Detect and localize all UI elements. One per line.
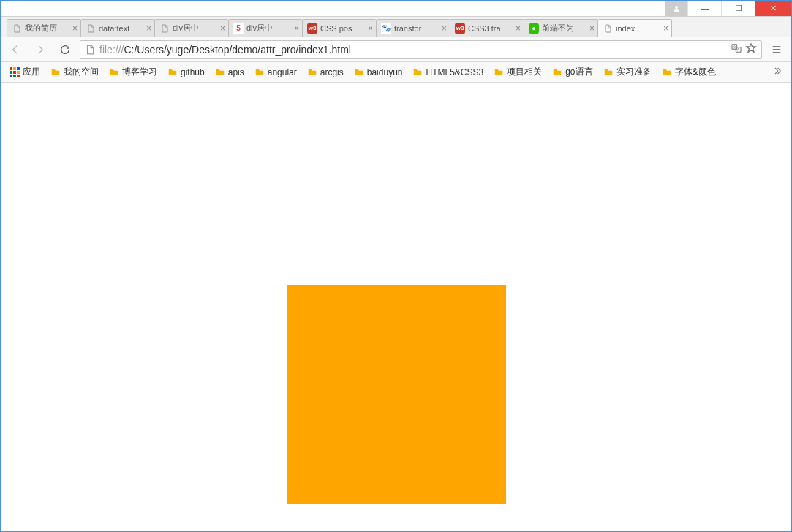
bookmark-label: go语言 — [565, 66, 592, 78]
bookmark-folder[interactable]: 博客学习 — [105, 64, 162, 80]
hamburger-icon — [771, 44, 782, 56]
reload-icon — [59, 44, 71, 56]
html5-icon: 5 — [233, 23, 244, 34]
browser-tab[interactable]: 5div居中× — [228, 19, 303, 37]
tab-close-button[interactable]: × — [146, 23, 151, 34]
tab-strip: 我的简历×data:text×div居中×5div居中×w3CSS pos×🐾t… — [1, 17, 791, 37]
svg-text:A: A — [737, 48, 740, 52]
tab-close-button[interactable]: × — [72, 23, 78, 34]
folder-icon — [662, 67, 672, 77]
address-bar[interactable]: file:///C:/Users/yuge/Desktop/demo/attr_… — [80, 40, 762, 59]
bookmark-folder[interactable]: apis — [211, 65, 249, 80]
window-close-button[interactable]: ✕ — [755, 1, 791, 16]
bookmark-folder[interactable]: 实习准备 — [599, 64, 656, 80]
browser-tab[interactable]: w3CSS3 tra× — [450, 19, 524, 37]
window-maximize-button[interactable]: ☐ — [721, 1, 755, 16]
tab-close-button[interactable]: × — [294, 23, 299, 34]
browser-window: — ☐ ✕ 我的简历×data:text×div居中×5div居中×w3CSS … — [0, 0, 792, 532]
bookmark-folder[interactable]: angular — [250, 65, 301, 80]
arrow-right-icon — [34, 44, 46, 56]
bookmark-folder[interactable]: baiduyun — [350, 65, 407, 80]
folder-icon — [603, 67, 614, 77]
arrow-left-icon — [10, 44, 21, 56]
bookmark-folder[interactable]: go语言 — [548, 64, 597, 80]
tab-title: div居中 — [173, 23, 218, 34]
bookmark-label: 博客学习 — [122, 66, 157, 78]
folder-icon — [215, 67, 225, 77]
bookmark-label: 字体&颜色 — [675, 66, 716, 78]
chevron-right-double-icon — [772, 66, 782, 76]
browser-tab[interactable]: data:text× — [80, 19, 155, 37]
folder-icon — [354, 67, 364, 77]
folder-icon — [412, 67, 423, 77]
bookmark-label: apis — [228, 67, 244, 77]
w3schools-icon: w3 — [455, 23, 465, 34]
bookmark-star-icon[interactable] — [745, 42, 757, 56]
folder-icon — [254, 67, 265, 77]
bookmark-label: github — [181, 67, 205, 77]
document-icon — [159, 23, 170, 34]
chrome-menu-button[interactable] — [766, 39, 787, 60]
browser-tab[interactable]: ●前端不为× — [524, 19, 598, 37]
tab-title: transfor — [394, 24, 440, 33]
tab-title: index — [616, 24, 661, 33]
apps-icon — [10, 67, 20, 77]
bookmark-folder[interactable]: arcgis — [303, 65, 348, 80]
tab-title: CSS3 tra — [468, 24, 513, 33]
bookmark-apps[interactable]: 应用 — [5, 64, 45, 80]
wechat-icon: ● — [529, 23, 539, 34]
w3schools-icon: w3 — [307, 23, 317, 34]
bookmark-label: angular — [268, 67, 297, 77]
bookmark-folder[interactable]: 字体&颜色 — [657, 64, 720, 80]
tab-close-button[interactable]: × — [663, 23, 668, 34]
url-path: C:/Users/yuge/Desktop/demo/attr_pro/inde… — [124, 44, 350, 56]
bookmark-label: 我的空间 — [64, 66, 99, 78]
document-icon — [603, 23, 613, 34]
tab-title: 前端不为 — [542, 23, 587, 34]
folder-icon — [494, 67, 504, 77]
file-icon — [85, 45, 95, 55]
svg-text:文: 文 — [733, 45, 736, 49]
bookmarks-bar: 应用 我的空间博客学习githubapisangulararcgisbaiduy… — [1, 62, 791, 83]
tab-title: CSS pos — [320, 24, 366, 33]
bookmark-folder[interactable]: 我的空间 — [46, 64, 103, 80]
bookmark-label: arcgis — [320, 67, 344, 77]
folder-icon — [167, 67, 178, 77]
tab-title: 我的简历 — [25, 23, 70, 34]
toolbar: file:///C:/Users/yuge/Desktop/demo/attr_… — [1, 37, 791, 62]
tab-close-button[interactable]: × — [516, 23, 521, 34]
folder-icon — [109, 67, 119, 77]
tab-close-button[interactable]: × — [589, 23, 595, 34]
window-minimize-button[interactable]: — — [687, 1, 721, 16]
bookmark-label: baiduyun — [367, 67, 403, 77]
bookmark-label: HTML5&CSS3 — [426, 67, 483, 77]
browser-tab[interactable]: 🐾transfor× — [376, 19, 450, 37]
translate-icon[interactable]: 文A — [731, 42, 742, 56]
url-text: file:///C:/Users/yuge/Desktop/demo/attr_… — [99, 44, 726, 56]
tab-title: data:text — [99, 24, 144, 33]
tab-close-button[interactable]: × — [220, 23, 225, 34]
reload-button[interactable] — [55, 39, 75, 60]
forward-button[interactable] — [30, 39, 50, 60]
tab-close-button[interactable]: × — [442, 23, 447, 34]
tab-close-button[interactable]: × — [368, 23, 373, 34]
window-titlebar: — ☐ ✕ — [1, 1, 791, 17]
tab-title: div居中 — [246, 23, 292, 34]
profile-avatar-button[interactable] — [665, 1, 687, 16]
bookmark-folder[interactable]: github — [163, 65, 209, 80]
baidu-icon: 🐾 — [381, 23, 391, 34]
folder-icon — [50, 67, 61, 77]
bookmarks-overflow-button[interactable] — [768, 66, 787, 78]
page-viewport — [1, 83, 791, 531]
browser-tab[interactable]: index× — [597, 19, 672, 37]
back-button[interactable] — [5, 39, 26, 60]
svg-point-0 — [675, 6, 678, 9]
bookmark-folder[interactable]: 项目相关 — [489, 64, 546, 80]
bookmark-folder[interactable]: HTML5&CSS3 — [408, 65, 488, 80]
bookmark-label: 项目相关 — [507, 66, 542, 78]
browser-tab[interactable]: 我的简历× — [7, 19, 81, 37]
person-icon — [672, 4, 681, 13]
browser-tab[interactable]: div居中× — [154, 19, 229, 37]
browser-tab[interactable]: w3CSS pos× — [302, 19, 377, 37]
omnibox-actions: 文A — [731, 42, 757, 56]
